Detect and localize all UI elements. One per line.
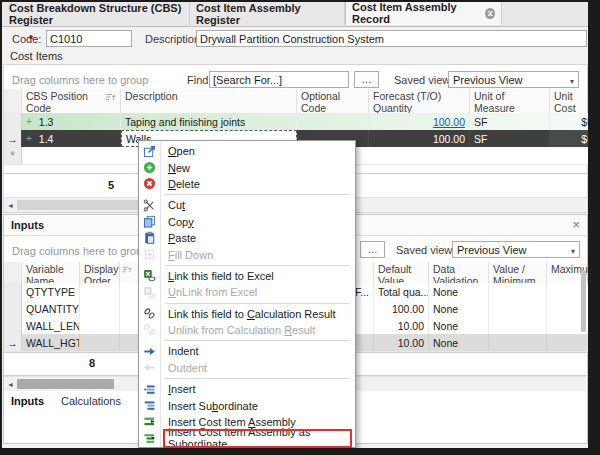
variable-cell[interactable]: WALL_HGT bbox=[22, 334, 80, 351]
optional-code-cell[interactable] bbox=[297, 113, 369, 130]
column-header-label: Unit Cost bbox=[554, 91, 588, 114]
display-order-cell[interactable] bbox=[80, 317, 120, 334]
menu-item-link-this-field-to-excel[interactable]: Link this field to Excel bbox=[139, 268, 355, 284]
scroll-left-arrow-icon[interactable]: ◄ bbox=[4, 198, 17, 212]
close-icon[interactable]: × bbox=[572, 217, 580, 232]
forecast-qty-cell[interactable]: 100.00 bbox=[369, 113, 470, 130]
saved-views-dropdown[interactable]: Previous View ▾ bbox=[448, 71, 579, 88]
table-row-1-3[interactable]: + 1.3 Taping and finishing joints 100.00… bbox=[4, 113, 588, 131]
column-header-unit-of-measure[interactable]: Unit of Measure bbox=[470, 89, 550, 113]
expand-icon[interactable]: + bbox=[26, 116, 32, 127]
tab-inputs[interactable]: Inputs bbox=[11, 395, 44, 407]
menu-item-indent[interactable]: Indent bbox=[139, 343, 355, 359]
menu-item-insert-cost-item-assembly-as-subordinate[interactable]: Insert Cost Item Assembly as Subordinate bbox=[139, 430, 355, 446]
inputs-vscrollbar-thumb[interactable] bbox=[581, 270, 586, 332]
chevron-down-icon: ▾ bbox=[571, 247, 575, 256]
forecast-qty-cell[interactable]: 100.00 bbox=[369, 130, 470, 147]
maximum-cell[interactable] bbox=[547, 334, 588, 351]
tab-cost-item-assembly-register[interactable]: Cost Item Assembly Register bbox=[190, 2, 345, 25]
search-more-button[interactable]: … bbox=[354, 71, 379, 88]
cbs-code-cell[interactable]: + 1.3 bbox=[22, 113, 121, 130]
insert-cia-icon bbox=[142, 415, 157, 429]
default-value-cell[interactable]: Total qua... bbox=[374, 283, 429, 300]
data-validation-cell[interactable]: None bbox=[429, 334, 489, 351]
column-header-display-order[interactable]: Display Order bbox=[80, 262, 120, 283]
menu-item-unlink-from-calculation-result[interactable]: Unlink from Calculation Result bbox=[139, 322, 355, 338]
variable-cell[interactable]: QTYTYPE bbox=[22, 283, 80, 300]
default-value-cell[interactable]: 10.00 bbox=[374, 317, 429, 334]
tab-close-icon[interactable]: x bbox=[485, 8, 495, 19]
column-header-cbs-position-code[interactable]: CBS Position Code bbox=[22, 89, 121, 113]
cell-value: None bbox=[433, 303, 458, 315]
column-header-unit-cost[interactable]: Unit Cost bbox=[550, 89, 588, 113]
menu-item-insert[interactable]: Insert bbox=[139, 381, 355, 397]
cut-icon bbox=[142, 198, 157, 212]
default-value-cell[interactable]: 100.00 bbox=[374, 300, 429, 317]
open-icon bbox=[142, 144, 157, 158]
delete-icon bbox=[142, 177, 157, 191]
menu-item-new[interactable]: New bbox=[139, 159, 355, 175]
column-header-description[interactable]: Description bbox=[121, 89, 297, 113]
calc-link-icon bbox=[142, 307, 157, 321]
data-validation-cell[interactable]: None bbox=[429, 283, 489, 300]
menu-item-label: Insert bbox=[168, 383, 196, 395]
uom-cell[interactable]: SF bbox=[470, 130, 550, 147]
scroll-left-arrow-icon[interactable]: ◄ bbox=[4, 377, 17, 391]
menu-item-fill-down[interactable]: Fill Down bbox=[139, 246, 355, 262]
menu-item-link-this-field-to-calculation-result[interactable]: Link this field to Calculation Result bbox=[139, 306, 355, 322]
column-header-forecast-qty[interactable]: Forecast (T/O) Quantity bbox=[369, 89, 470, 113]
unit-cost-cell[interactable]: $0 bbox=[550, 113, 588, 130]
cell-value: 1.3 bbox=[39, 116, 54, 128]
inputs-saved-views-dropdown[interactable]: Previous View ▾ bbox=[452, 241, 580, 258]
outdent-icon bbox=[142, 361, 157, 375]
tab-cost-item-assembly-record[interactable]: Cost Item Assembly Record x bbox=[345, 2, 502, 25]
column-header-variable-name[interactable]: Variable Name bbox=[22, 262, 80, 283]
column-header-data-validation[interactable]: Data Validation bbox=[429, 262, 489, 283]
tab-cbs-register[interactable]: Cost Breakdown Structure (CBS) Register bbox=[3, 2, 190, 25]
default-value-cell[interactable]: 10.00 bbox=[374, 334, 429, 351]
value-minimum-cell[interactable] bbox=[489, 317, 547, 334]
tab-calculations[interactable]: Calculations bbox=[61, 395, 121, 407]
menu-item-cut[interactable]: Cut bbox=[139, 197, 355, 213]
variable-cell[interactable]: WALL_LEN bbox=[22, 317, 80, 334]
description-field[interactable] bbox=[196, 30, 587, 47]
description-cell[interactable]: Taping and finishing joints bbox=[121, 113, 297, 130]
menu-item-label: New bbox=[168, 162, 190, 174]
row-indicator bbox=[4, 283, 22, 300]
display-order-cell[interactable] bbox=[80, 334, 120, 351]
cost-items-grid-header: CBS Position Code Description Optional C… bbox=[4, 89, 587, 114]
uom-cell[interactable]: SF bbox=[470, 113, 550, 130]
menu-item-label: Outdent bbox=[168, 362, 207, 374]
unit-cost-cell[interactable]: $0 bbox=[550, 130, 588, 147]
menu-item-paste[interactable]: Paste bbox=[139, 230, 355, 246]
data-validation-cell[interactable]: None bbox=[429, 300, 489, 317]
menu-item-open[interactable]: Open bbox=[139, 143, 355, 159]
cell-value: None bbox=[433, 286, 458, 298]
code-field[interactable] bbox=[46, 30, 132, 47]
menu-item-delete[interactable]: Delete bbox=[139, 176, 355, 192]
value-minimum-cell[interactable] bbox=[489, 334, 547, 351]
excel-unlink-icon bbox=[142, 285, 157, 299]
scrollbar-thumb[interactable] bbox=[17, 379, 114, 389]
display-order-cell[interactable] bbox=[80, 300, 120, 317]
row-indicator bbox=[4, 300, 22, 317]
data-validation-cell[interactable]: None bbox=[429, 317, 489, 334]
display-order-cell[interactable] bbox=[80, 283, 120, 300]
value-minimum-cell[interactable] bbox=[489, 283, 547, 300]
inputs-search-more-button[interactable]: … bbox=[360, 241, 385, 258]
cell-value: 100.00 bbox=[392, 303, 424, 315]
menu-item-outdent[interactable]: Outdent bbox=[139, 360, 355, 376]
menu-item-copy[interactable]: Copy bbox=[139, 214, 355, 230]
column-header-optional-code[interactable]: Optional Code bbox=[297, 89, 369, 113]
menu-item-insert-subordinate[interactable]: Insert Subordinate bbox=[139, 397, 355, 413]
cbs-code-cell[interactable]: + 1.4 bbox=[22, 130, 121, 147]
forecast-qty-link[interactable]: 100.00 bbox=[433, 116, 465, 128]
column-header-value-minimum[interactable]: Value / Minimum bbox=[489, 262, 547, 283]
menu-item-unlink-from-excel[interactable]: UnLink from Excel bbox=[139, 284, 355, 300]
variable-cell[interactable]: QUANTITY bbox=[22, 300, 80, 317]
value-minimum-cell[interactable] bbox=[489, 300, 547, 317]
expand-icon[interactable]: + bbox=[26, 133, 32, 144]
column-header-default-value[interactable]: Default Value bbox=[374, 262, 429, 283]
menu-item-label: Unlink from Calculation Result bbox=[168, 324, 315, 336]
search-input[interactable] bbox=[209, 71, 349, 88]
